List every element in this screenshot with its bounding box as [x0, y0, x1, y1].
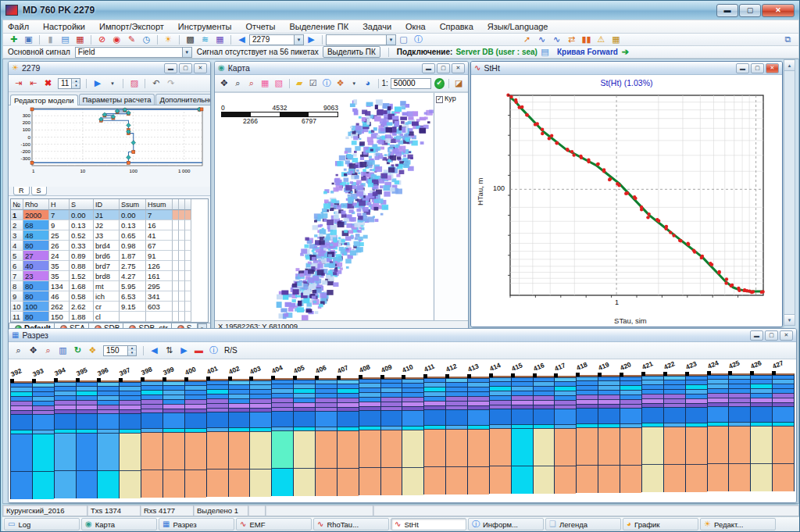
- cell-id[interactable]: cr: [94, 302, 120, 312]
- cell-id[interactable]: cl: [94, 312, 120, 322]
- scroll-down-icon[interactable]: ▼: [784, 314, 795, 325]
- cell-n[interactable]: 5: [11, 251, 23, 261]
- section-column-419[interactable]: 419: [598, 375, 620, 493]
- signal-select[interactable]: Field▼: [75, 47, 192, 58]
- stop-disabled-icon[interactable]: ▮: [44, 34, 57, 45]
- cell-n[interactable]: 8: [11, 281, 23, 291]
- cell-ssum[interactable]: 1.87: [120, 251, 146, 261]
- pencil-icon[interactable]: ✎: [125, 34, 138, 45]
- maximize-button[interactable]: ▢: [765, 330, 778, 341]
- cell-n[interactable]: 3: [11, 230, 23, 241]
- zoom-icon[interactable]: ⌕: [12, 345, 25, 356]
- window-icon[interactable]: ▢: [397, 34, 410, 45]
- cell-id[interactable]: brd8: [94, 271, 120, 281]
- section-column-410[interactable]: 410: [402, 377, 423, 495]
- section-column-409[interactable]: 409: [380, 377, 402, 495]
- close-button[interactable]: ✕: [194, 63, 207, 73]
- section-column-403[interactable]: 403: [249, 379, 271, 497]
- chevron-down-icon[interactable]: ▼: [294, 35, 303, 45]
- cell-hsum[interactable]: 126: [146, 261, 173, 271]
- section-column-413[interactable]: 413: [467, 377, 489, 495]
- sub-tab-r[interactable]: R: [13, 187, 30, 195]
- maximize-button[interactable]: ▢: [751, 63, 764, 73]
- minimize-button[interactable]: ▬: [736, 63, 749, 73]
- cell-hsum[interactable]: 41: [146, 230, 173, 241]
- menu-item-инструменты[interactable]: Инструменты: [178, 22, 232, 31]
- cell-rho[interactable]: 100: [23, 302, 49, 312]
- cell-n[interactable]: 2: [11, 220, 23, 230]
- cell-n[interactable]: 4: [11, 241, 23, 251]
- menu-item-файл[interactable]: Файл: [8, 22, 29, 31]
- cell-ssum[interactable]: 9.15: [120, 302, 146, 312]
- section-column-407[interactable]: 407: [337, 378, 359, 496]
- curve-s1-icon[interactable]: ∿: [535, 34, 548, 45]
- add-layer-icon[interactable]: ⇥: [12, 78, 25, 89]
- section-canvas[interactable]: 3923933943953963973983994004014024034044…: [9, 359, 796, 502]
- map-scale-input[interactable]: [391, 78, 431, 89]
- cell-s[interactable]: 2.62: [70, 302, 94, 312]
- section-column-414[interactable]: 414: [489, 376, 511, 494]
- export-map-icon[interactable]: ◪: [453, 78, 466, 89]
- cell-id[interactable]: J1: [94, 210, 120, 220]
- cell-ssum[interactable]: 6.53: [120, 291, 146, 302]
- new-file-icon[interactable]: ✚: [7, 34, 20, 45]
- section-column-405[interactable]: 405: [293, 378, 315, 496]
- section-column-399[interactable]: 399: [162, 380, 184, 498]
- cell-ssum[interactable]: [120, 312, 146, 322]
- close-button[interactable]: ✕: [780, 330, 793, 341]
- palette-icon[interactable]: ❖: [86, 345, 99, 356]
- grid-gold-icon[interactable]: ▦: [609, 34, 623, 45]
- apply-scale-icon[interactable]: ✔: [434, 78, 445, 89]
- cell-s[interactable]: 0.33: [70, 241, 94, 251]
- warning-icon[interactable]: ⚠: [595, 34, 608, 45]
- section-column-401[interactable]: 401: [206, 379, 228, 497]
- section-column-417[interactable]: 417: [554, 376, 576, 494]
- chart-3d-icon[interactable]: ▦: [213, 34, 227, 45]
- column-header-hsum[interactable]: Hsum: [146, 199, 173, 210]
- section-column-393[interactable]: 393: [32, 381, 54, 499]
- column-header-ssum[interactable]: Ssum: [120, 199, 146, 210]
- red-dash-icon[interactable]: ▬: [192, 345, 205, 356]
- zoom-icon[interactable]: ⌕: [232, 78, 245, 89]
- table-row[interactable]: 527240.89brd61.8791: [11, 251, 208, 261]
- maximize-button[interactable]: ▢: [739, 4, 761, 17]
- section-column-425[interactable]: 425: [728, 373, 750, 491]
- close-button[interactable]: ✕: [762, 4, 795, 17]
- section-column-415[interactable]: 415: [511, 376, 533, 494]
- cell-h[interactable]: 35: [49, 261, 70, 271]
- redo-icon[interactable]: ↷: [164, 78, 177, 89]
- cell-h[interactable]: 150: [49, 312, 70, 322]
- cell-h[interactable]: 7: [49, 210, 70, 220]
- record-icon[interactable]: ◉: [110, 34, 123, 45]
- section-column-408[interactable]: 408: [359, 377, 380, 495]
- table-row[interactable]: 640350.88brd72.75126: [11, 261, 208, 271]
- cell-hsum[interactable]: 67: [146, 241, 173, 251]
- cell-hsum[interactable]: 7: [146, 210, 173, 220]
- table-row[interactable]: 11801501.88cl: [11, 312, 208, 322]
- section-column-396[interactable]: 396: [97, 380, 119, 498]
- menu-item-импортэкспорт[interactable]: Импорт/Экспорт: [99, 22, 164, 31]
- map-canvas[interactable]: 045329063 22666797 ✓Кур: [215, 92, 468, 320]
- select-pk-button[interactable]: Выделить ПК: [323, 46, 380, 58]
- maximize-button[interactable]: ▢: [179, 63, 192, 73]
- undo-icon[interactable]: ↶: [149, 78, 162, 89]
- section-column-392[interactable]: 392: [10, 381, 32, 499]
- menu-item-задачи[interactable]: Задачи: [362, 22, 391, 31]
- menu-item-окна[interactable]: Окна: [405, 22, 426, 31]
- cell-s[interactable]: 0.13: [70, 220, 94, 230]
- spin-down-icon[interactable]: ▼: [128, 351, 136, 355]
- taskbar-button-график[interactable]: ◕График: [623, 518, 698, 530]
- cell-s[interactable]: 1.88: [70, 312, 94, 322]
- cell-id[interactable]: brd7: [94, 261, 120, 271]
- clock-icon[interactable]: ◷: [140, 34, 153, 45]
- folder-icon[interactable]: ▰: [293, 78, 305, 89]
- cell-rho[interactable]: 23: [23, 271, 49, 281]
- maximize-button[interactable]: ▢: [437, 63, 450, 73]
- section-column-420[interactable]: 420: [620, 375, 641, 493]
- forward-arrow-icon[interactable]: ➔: [619, 47, 632, 58]
- checker-icon[interactable]: ▩: [184, 34, 197, 45]
- layer-check-icon[interactable]: ☑: [307, 78, 320, 89]
- table-row[interactable]: 8801341.68mt5.95295: [11, 281, 208, 291]
- cell-s[interactable]: 1.68: [70, 281, 94, 291]
- section-column-394[interactable]: 394: [54, 380, 76, 498]
